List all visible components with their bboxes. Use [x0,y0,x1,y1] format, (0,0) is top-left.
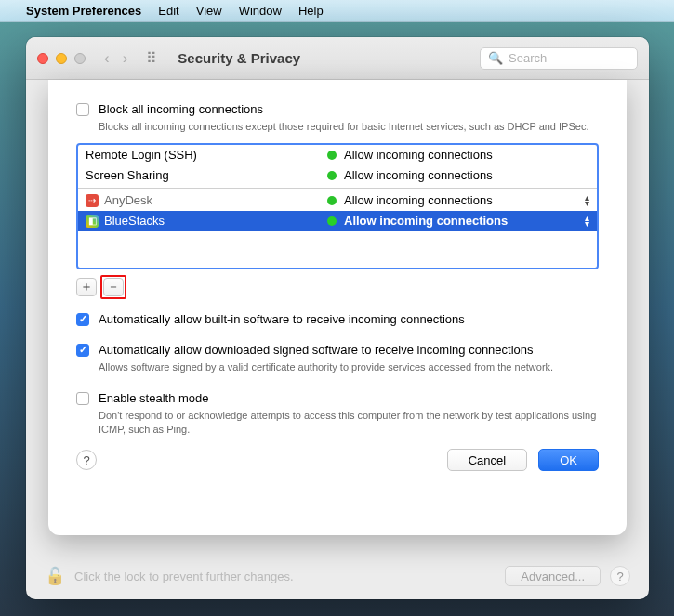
close-icon[interactable] [37,53,48,64]
stealth-row: Enable stealth mode [76,391,599,405]
search-placeholder: Search [509,51,547,65]
menu-view[interactable]: View [196,4,222,18]
status-dot-icon [327,171,337,180]
preferences-window: ‹ › ⠿ Security & Privacy 🔍 Search Block … [26,37,649,599]
block-all-desc: Blocks all incoming connections except t… [99,120,599,134]
auto-builtin-checkbox[interactable] [76,313,89,326]
status-stepper-icon[interactable]: ▴▾ [585,216,589,227]
list-divider [78,188,597,189]
ok-button[interactable]: OK [538,449,599,471]
remove-button[interactable]: － [103,278,124,296]
list-row-service[interactable]: Screen Sharing Allow incoming connection… [78,165,597,186]
auto-builtin-row: Automatically allow built-in software to… [76,312,599,326]
status-dot-icon [327,196,337,205]
service-status: Allow incoming connections [344,148,493,162]
status-dot-icon [327,216,337,226]
status-stepper-icon[interactable]: ▴▾ [585,195,589,206]
minimize-icon[interactable] [56,53,67,64]
maximize-icon[interactable] [74,53,86,64]
search-icon: 🔍 [488,51,503,65]
grid-icon[interactable]: ⠿ [146,49,157,67]
service-name: Screen Sharing [86,168,169,182]
remove-highlight: － [100,275,126,299]
lock-text: Click the lock to prevent further change… [74,570,294,583]
app-status: Allow incoming connections [344,214,508,228]
forward-icon[interactable]: › [123,49,128,68]
auto-signed-checkbox[interactable] [76,344,89,357]
block-all-checkbox[interactable] [76,103,89,116]
help-button[interactable]: ? [76,450,97,470]
add-button[interactable]: ＋ [76,278,97,296]
list-row-app-anydesk[interactable]: ⇢ AnyDesk Allow incoming connections ▴▾ [78,190,597,211]
service-name: Remote Login (SSH) [86,148,197,162]
back-icon[interactable]: ‹ [104,49,110,68]
auto-builtin-label: Automatically allow built-in software to… [99,312,465,326]
list-row-app-bluestacks[interactable]: ◧ BlueStacks Allow incoming connections … [78,211,597,231]
traffic-lights [37,53,86,64]
stealth-checkbox[interactable] [76,392,89,405]
stealth-label: Enable stealth mode [99,391,209,405]
add-remove-controls: ＋ － [76,275,599,299]
bluestacks-app-icon: ◧ [86,215,99,228]
app-name: BlueStacks [104,214,165,228]
advanced-button[interactable]: Advanced... [505,566,601,586]
menubar: System Preferences Edit View Window Help [0,0,674,22]
block-all-label: Block all incoming connections [99,102,263,116]
menu-help[interactable]: Help [298,4,324,18]
search-input[interactable]: 🔍 Search [480,47,638,70]
service-status: Allow incoming connections [344,168,493,182]
lock-icon[interactable]: 🔓 [45,566,65,586]
window-title: Security & Privacy [178,50,470,66]
app-status: Allow incoming connections [344,193,493,207]
app-menu[interactable]: System Preferences [26,4,141,18]
stealth-desc: Don't respond to or acknowledge attempts… [99,409,599,437]
nav-arrows: ‹ › [104,49,127,68]
lock-footer: 🔓 Click the lock to prevent further chan… [45,566,630,586]
app-name: AnyDesk [104,193,152,207]
auto-signed-label: Automatically allow downloaded signed so… [99,343,534,357]
titlebar: ‹ › ⠿ Security & Privacy 🔍 Search [26,37,649,80]
status-dot-icon [327,151,337,160]
cancel-button[interactable]: Cancel [447,449,527,471]
auto-signed-row: Automatically allow downloaded signed so… [76,343,599,357]
anydesk-app-icon: ⇢ [86,194,99,207]
auto-signed-desc: Allows software signed by a valid certif… [99,360,599,374]
firewall-options-sheet: Block all incoming connections Blocks al… [48,80,627,535]
firewall-app-list: Remote Login (SSH) Allow incoming connec… [76,143,599,269]
block-all-row: Block all incoming connections [76,102,599,116]
menu-edit[interactable]: Edit [158,4,178,18]
menu-window[interactable]: Window [239,4,282,18]
footer-help-button[interactable]: ? [610,566,630,586]
sheet-buttons: ? Cancel OK [76,449,599,471]
list-row-service[interactable]: Remote Login (SSH) Allow incoming connec… [78,145,597,165]
